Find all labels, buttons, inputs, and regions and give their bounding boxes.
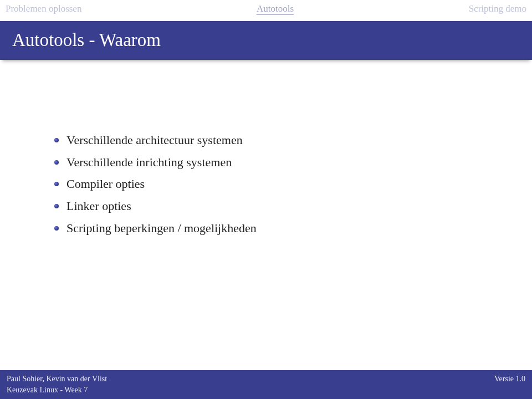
list-item-label: Verschillende architectuur systemen <box>66 132 243 149</box>
footer-course: Keuzevak Linux - Week 7 <box>7 386 88 395</box>
bullet-icon <box>54 138 59 142</box>
footer-row-bottom: Keuzevak Linux - Week 7 <box>7 385 525 396</box>
bullet-icon <box>54 226 59 231</box>
nav-item-autotools[interactable]: Autotools <box>257 3 294 14</box>
list-item: Verschillende architectuur systemen <box>54 132 504 149</box>
list-item-label: Verschillende inrichting systemen <box>66 154 232 171</box>
footer: Paul Sohier, Kevin van der Vlist Versie … <box>0 370 532 399</box>
bullet-icon <box>54 204 59 208</box>
footer-version: Versie 1.0 <box>494 375 525 383</box>
slide-title: Autotools - Waarom <box>12 30 161 50</box>
list-item: Verschillende inrichting systemen <box>54 154 504 171</box>
nav-item-label: Autotools <box>257 3 294 15</box>
list-item-label: Linker opties <box>66 198 131 214</box>
list-item: Scripting beperkingen / mogelijkheden <box>54 220 504 237</box>
list-item-label: Compiler opties <box>66 176 145 192</box>
footer-row-top: Paul Sohier, Kevin van der Vlist Versie … <box>7 374 525 385</box>
slide-title-bar: Autotools - Waarom <box>0 21 532 60</box>
top-nav: Problemen oplossen Autotools Scripting d… <box>0 0 532 18</box>
list-item-label: Scripting beperkingen / mogelijkheden <box>66 220 257 237</box>
list-item: Compiler opties <box>54 176 504 192</box>
bullet-list: Verschillende architectuur systemen Vers… <box>28 132 504 236</box>
nav-item-scripting[interactable]: Scripting demo <box>469 3 526 14</box>
footer-author: Paul Sohier, Kevin van der Vlist <box>7 375 107 383</box>
bullet-icon <box>54 160 59 165</box>
slide: Problemen oplossen Autotools Scripting d… <box>0 0 532 399</box>
list-item: Linker opties <box>54 198 504 214</box>
slide-body: Verschillende architectuur systemen Vers… <box>0 60 532 370</box>
bullet-icon <box>54 182 59 186</box>
nav-item-problemen[interactable]: Problemen oplossen <box>6 3 81 14</box>
